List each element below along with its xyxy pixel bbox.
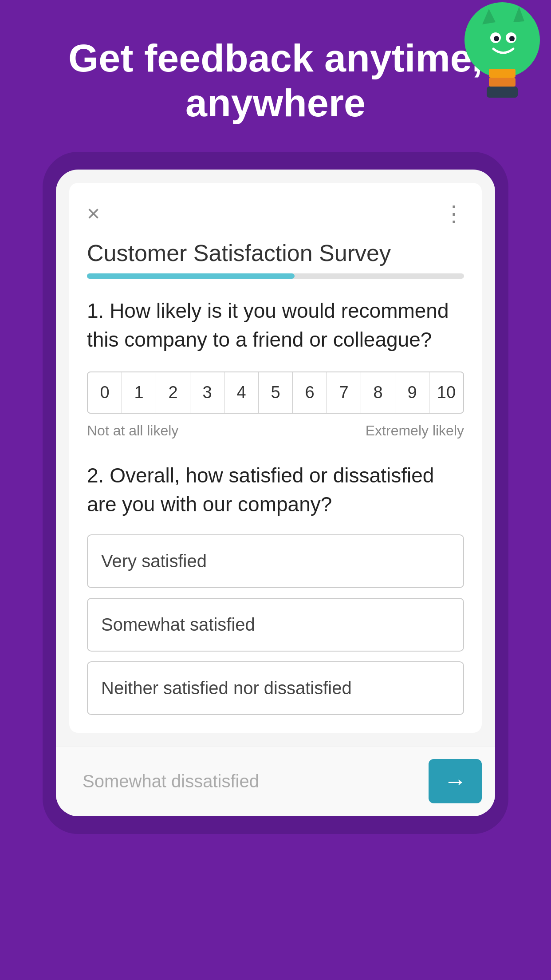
page-title: Get feedback anytime, anywhere	[27, 36, 524, 125]
progress-bar-container	[87, 273, 464, 279]
option-neither-label: Neither satisfied nor dissatisfied	[101, 678, 352, 698]
nps-label-left: Not at all likely	[87, 423, 178, 439]
svg-rect-2	[489, 78, 516, 87]
option-somewhat-satisfied-label: Somewhat satisfied	[101, 615, 255, 634]
survey-title: Customer Satisfaction Survey	[87, 240, 464, 266]
survey-card: × ⋮ Customer Satisfaction Survey 1. How …	[69, 183, 482, 733]
phone-wrapper: × ⋮ Customer Satisfaction Survey 1. How …	[43, 152, 508, 834]
option-somewhat-dissatisfied-preview: Somewhat dissatisfied	[69, 755, 429, 807]
nps-cell-8[interactable]: 8	[361, 372, 395, 413]
nps-cell-4[interactable]: 4	[224, 372, 259, 413]
close-icon[interactable]: ×	[87, 202, 100, 225]
nps-cell-10[interactable]: 10	[429, 372, 463, 413]
question1-text: 1. How likely is it you would recommend …	[87, 296, 464, 354]
nps-cell-7[interactable]: 7	[327, 372, 361, 413]
svg-point-0	[464, 2, 540, 78]
nps-labels: Not at all likely Extremely likely	[87, 423, 464, 439]
nps-cell-5[interactable]: 5	[259, 372, 293, 413]
nps-scale: 0 1 2 3 4 5 6 7 8 9 10	[87, 371, 464, 414]
next-arrow-icon: →	[444, 768, 467, 794]
next-button[interactable]: →	[429, 759, 482, 803]
nps-cell-0[interactable]: 0	[88, 372, 122, 413]
header-area: Get feedback anytime, anywhere	[0, 0, 551, 143]
nps-cell-1[interactable]: 1	[122, 372, 156, 413]
bulb-illustration	[453, 0, 542, 98]
svg-rect-1	[489, 69, 516, 78]
option-neither[interactable]: Neither satisfied nor dissatisfied	[87, 661, 464, 715]
survey-toolbar: × ⋮	[87, 201, 464, 226]
nps-cell-6[interactable]: 6	[293, 372, 327, 413]
nps-cell-2[interactable]: 2	[156, 372, 190, 413]
nps-cell-3[interactable]: 3	[190, 372, 224, 413]
option-somewhat-satisfied[interactable]: Somewhat satisfied	[87, 598, 464, 652]
svg-point-6	[494, 36, 499, 41]
bottom-bar: Somewhat dissatisfied →	[56, 746, 495, 816]
svg-rect-3	[487, 87, 518, 98]
option-very-satisfied-label: Very satisfied	[101, 551, 207, 571]
phone-inner: × ⋮ Customer Satisfaction Survey 1. How …	[56, 170, 495, 816]
question2-text: 2. Overall, how satisfied or dissatisfie…	[87, 461, 464, 518]
more-options-icon[interactable]: ⋮	[443, 201, 464, 226]
nps-cell-9[interactable]: 9	[395, 372, 429, 413]
nps-label-right: Extremely likely	[366, 423, 464, 439]
svg-point-7	[509, 36, 515, 41]
progress-bar-fill	[87, 273, 295, 279]
option-very-satisfied[interactable]: Very satisfied	[87, 534, 464, 588]
